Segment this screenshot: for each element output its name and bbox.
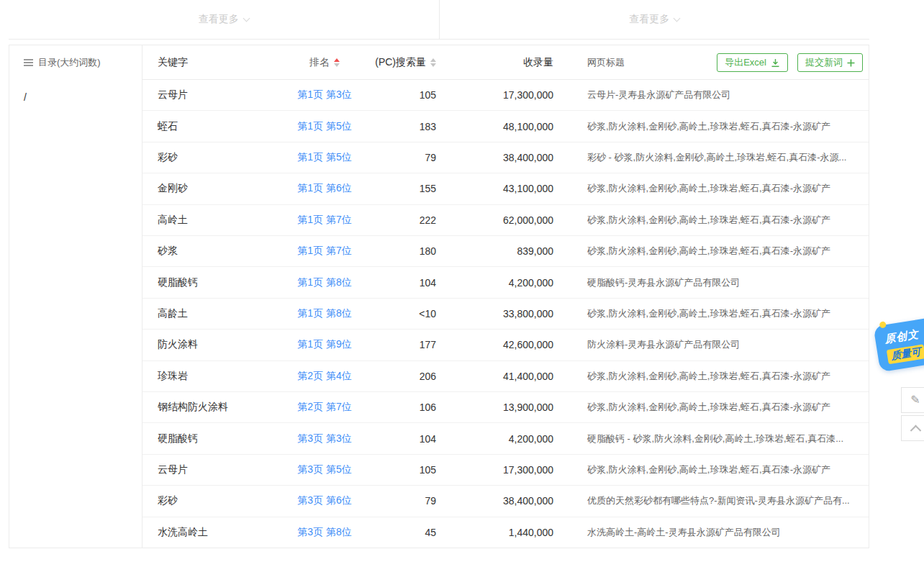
- keyword-cell: 硬脂酸钙: [142, 432, 289, 445]
- sort-desc-icon: [430, 63, 436, 67]
- back-to-top-button[interactable]: [901, 415, 924, 441]
- table-row: 水洗高岭土 第3页 第8位 45 1,440,000 水洗高岭土-高岭土-灵寿县…: [142, 517, 869, 548]
- view-more-left-link[interactable]: 查看更多: [9, 0, 440, 39]
- submit-new-words-button[interactable]: 提交新词: [797, 53, 863, 72]
- export-excel-button[interactable]: 导出Excel: [717, 53, 788, 72]
- page-title-cell: 砂浆,防火涂料,金刚砂,高岭土,珍珠岩,蛭石,真石漆-永源矿产: [561, 370, 869, 383]
- table-row: 蛭石 第1页 第5位 183 48,100,000 砂浆,防火涂料,金刚砂,高岭…: [142, 111, 869, 142]
- page-title-cell: 优质的天然彩砂都有哪些特点?-新闻资讯-灵寿县永源矿产品有...: [561, 494, 869, 507]
- chevron-down-icon: [674, 14, 681, 22]
- keyword-cell: 金刚砂: [142, 182, 289, 195]
- table-row: 钢结构防火涂料 第2页 第7位 106 13,900,000 砂浆,防火涂料,金…: [142, 392, 869, 423]
- volume-sort-button[interactable]: [430, 58, 436, 67]
- sidebar-item-root[interactable]: /: [24, 91, 142, 103]
- table-row: 硬脂酸钙 第1页 第8位 104 4,200,000 硬脂酸钙-灵寿县永源矿产品…: [142, 267, 869, 298]
- directory-sidebar: 目录(大约词数) /: [9, 45, 142, 548]
- page-title-cell: 砂浆,防火涂料,金刚砂,高岭土,珍珠岩,蛭石,真石漆-永源矿产: [561, 182, 869, 195]
- rank-link[interactable]: 第3页 第3位: [297, 432, 351, 444]
- header-rank[interactable]: 排名: [289, 56, 361, 69]
- page-title-cell: 砂浆,防火涂料,金刚砂,高岭土,珍珠岩,蛭石,真石漆-永源矿产: [561, 214, 869, 227]
- index-cell: 43,100,000: [443, 183, 561, 194]
- index-cell: 42,600,000: [443, 339, 561, 350]
- volume-cell: 222: [361, 214, 443, 226]
- edit-button[interactable]: ✎: [901, 387, 924, 413]
- rank-link[interactable]: 第1页 第8位: [297, 307, 351, 319]
- volume-cell: 155: [361, 183, 443, 194]
- index-cell: 38,400,000: [443, 495, 561, 507]
- rank-link[interactable]: 第3页 第8位: [297, 526, 351, 537]
- keyword-cell: 彩砂: [142, 151, 289, 164]
- badge-dot-icon: [879, 321, 887, 328]
- page-title-cell: 硬脂酸钙-灵寿县永源矿产品有限公司: [561, 276, 869, 289]
- page-title-cell: 彩砂 - 砂浆,防火涂料,金刚砂,高岭土,珍珠岩,蛭石,真石漆-永源...: [561, 151, 869, 164]
- rank-link[interactable]: 第1页 第6位: [297, 182, 351, 194]
- index-cell: 62,000,000: [443, 214, 561, 226]
- table-row: 防火涂料 第1页 第9位 177 42,600,000 防火涂料-灵寿县永源矿产…: [142, 330, 869, 360]
- view-more-left-label: 查看更多: [199, 13, 239, 26]
- table-row: 硬脂酸钙 第3页 第3位 104 4,200,000 硬脂酸钙 - 砂浆,防火涂…: [142, 423, 869, 454]
- index-cell: 13,900,000: [443, 402, 561, 413]
- rank-link[interactable]: 第1页 第3位: [297, 89, 351, 100]
- volume-cell: <10: [361, 308, 443, 319]
- volume-cell: 177: [361, 339, 443, 350]
- page-title-cell: 砂浆,防火涂料,金刚砂,高岭土,珍珠岩,蛭石,真石漆-永源矿产: [561, 307, 869, 320]
- rank-link[interactable]: 第1页 第8位: [297, 276, 351, 288]
- rank-link[interactable]: 第3页 第5位: [297, 463, 351, 475]
- top-strip: 查看更多 查看更多: [9, 0, 869, 40]
- header-index: 收录量: [443, 56, 561, 69]
- table-row: 珍珠岩 第2页 第4位 206 41,400,000 砂浆,防火涂料,金刚砂,高…: [142, 361, 869, 392]
- keyword-cell: 彩砂: [142, 494, 289, 507]
- table-row: 高岭土 第1页 第7位 222 62,000,000 砂浆,防火涂料,金刚砂,高…: [142, 205, 869, 236]
- page-title-cell: 砂浆,防火涂料,金刚砂,高岭土,珍珠岩,蛭石,真石漆-永源矿产: [561, 401, 869, 414]
- table-row: 云母片 第3页 第5位 105 17,300,000 砂浆,防火涂料,金刚砂,高…: [142, 455, 869, 486]
- volume-cell: 104: [361, 433, 443, 445]
- volume-cell: 79: [361, 152, 443, 163]
- rank-link[interactable]: 第1页 第7位: [297, 245, 351, 256]
- volume-cell: 206: [361, 371, 443, 382]
- list-icon: [24, 59, 33, 67]
- page-title-cell: 砂浆,防火涂料,金刚砂,高岭土,珍珠岩,蛭石,真石漆-永源矿产: [561, 120, 869, 133]
- index-cell: 17,300,000: [443, 89, 561, 101]
- keyword-cell: 硬脂酸钙: [142, 276, 289, 289]
- page-title-cell: 防火涂料-灵寿县永源矿产品有限公司: [561, 338, 869, 351]
- header-keyword: 关键字: [142, 56, 289, 69]
- rank-link[interactable]: 第1页 第9位: [297, 338, 351, 350]
- badge-line2: 质量可: [887, 344, 924, 364]
- rank-sort-button[interactable]: [334, 58, 340, 67]
- keyword-rank-panel: 目录(大约词数) / 关键字 排名 (PC)搜索量 收录量 网页标题: [9, 45, 869, 548]
- view-more-right-link[interactable]: 查看更多: [440, 0, 870, 39]
- keyword-cell: 钢结构防火涂料: [142, 401, 289, 414]
- promo-badge[interactable]: 原创文 质量可: [874, 317, 924, 372]
- rank-link[interactable]: 第2页 第7位: [297, 401, 351, 412]
- rank-link[interactable]: 第2页 第4位: [297, 370, 351, 381]
- keyword-cell: 珍珠岩: [142, 370, 289, 383]
- rank-link[interactable]: 第1页 第5位: [297, 120, 351, 132]
- volume-cell: 105: [361, 464, 443, 476]
- rank-link[interactable]: 第3页 第6位: [297, 494, 351, 506]
- keyword-cell: 高岭土: [142, 214, 289, 227]
- table-row: 彩砂 第3页 第6位 79 38,400,000 优质的天然彩砂都有哪些特点?-…: [142, 486, 869, 517]
- header-volume[interactable]: (PC)搜索量: [361, 56, 443, 69]
- volume-cell: 106: [361, 402, 443, 413]
- header-volume-label: (PC)搜索量: [375, 56, 426, 69]
- rank-link[interactable]: 第1页 第5位: [297, 151, 351, 163]
- sort-desc-icon: [334, 63, 340, 67]
- volume-cell: 45: [361, 527, 443, 538]
- keyword-cell: 云母片: [142, 89, 289, 101]
- keyword-cell: 水洗高岭土: [142, 526, 289, 539]
- sort-asc-icon: [430, 58, 436, 62]
- table-row: 砂浆 第1页 第7位 180 839,000 砂浆,防火涂料,金刚砂,高岭土,珍…: [142, 236, 869, 267]
- chevron-up-icon: [910, 425, 921, 436]
- table-header-row: 关键字 排名 (PC)搜索量 收录量 网页标题 导出Excel: [142, 45, 869, 80]
- volume-cell: 180: [361, 245, 443, 257]
- index-cell: 4,200,000: [443, 433, 561, 445]
- index-cell: 4,200,000: [443, 277, 561, 289]
- table-toolbar: 导出Excel 提交新词: [717, 53, 863, 72]
- chevron-down-icon: [243, 14, 250, 22]
- index-cell: 17,300,000: [443, 464, 561, 476]
- table-row: 云母片 第1页 第3位 105 17,300,000 云母片-灵寿县永源矿产品有…: [142, 80, 869, 111]
- table-row: 高龄土 第1页 第8位 <10 33,800,000 砂浆,防火涂料,金刚砂,高…: [142, 299, 869, 330]
- rank-link[interactable]: 第1页 第7位: [297, 214, 351, 225]
- page-title-cell: 硬脂酸钙 - 砂浆,防火涂料,金刚砂,高岭土,珍珠岩,蛭石,真石漆...: [561, 432, 869, 445]
- keyword-table: 关键字 排名 (PC)搜索量 收录量 网页标题 导出Excel: [142, 45, 869, 548]
